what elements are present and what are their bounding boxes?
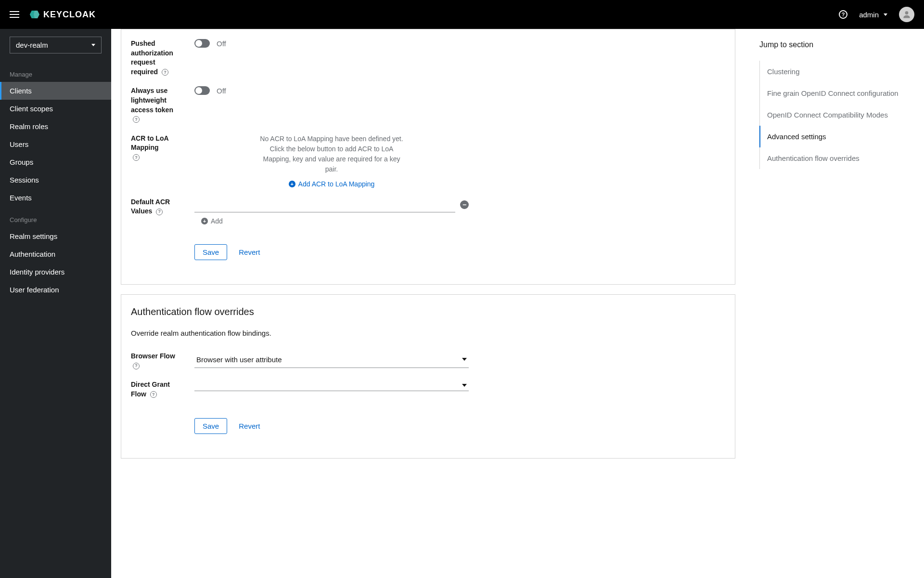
auth-flow-title: Authentication flow overrides bbox=[131, 306, 725, 317]
help-icon[interactable]: ? bbox=[133, 116, 140, 123]
pushed-auth-toggle[interactable] bbox=[194, 39, 210, 48]
browser-flow-label: Browser Flow ? bbox=[131, 352, 183, 370]
manage-section-label: Manage bbox=[0, 61, 111, 82]
auth-flow-panel: Authentication flow overrides Override r… bbox=[121, 294, 735, 459]
logo-text: KEYCLOAK bbox=[43, 10, 96, 20]
sidebar-item-identity-providers[interactable]: Identity providers bbox=[0, 263, 111, 281]
jump-item-clustering[interactable]: Clustering bbox=[759, 61, 910, 82]
toggle-state: Off bbox=[217, 39, 226, 48]
jump-item-openid-connect-compatibility-modes[interactable]: OpenID Connect Compatibility Modes bbox=[759, 104, 910, 126]
sidebar-item-events[interactable]: Events bbox=[0, 189, 111, 207]
user-menu[interactable]: admin bbox=[859, 11, 887, 19]
help-icon[interactable]: ? bbox=[150, 391, 157, 398]
help-icon[interactable]: ? bbox=[133, 363, 140, 369]
caret-down-icon bbox=[462, 384, 467, 387]
help-icon[interactable]: ? bbox=[839, 10, 847, 19]
remove-acr-value-button[interactable]: − bbox=[460, 200, 469, 209]
sidebar-item-realm-roles[interactable]: Realm roles bbox=[0, 118, 111, 135]
realm-name: dev-realm bbox=[16, 41, 48, 49]
sidebar-item-groups[interactable]: Groups bbox=[0, 153, 111, 171]
lightweight-token-label: Always use lightweight access token ? bbox=[131, 86, 183, 124]
menu-toggle-icon[interactable] bbox=[10, 11, 19, 18]
sidebar-item-authentication[interactable]: Authentication bbox=[0, 245, 111, 263]
plus-icon: + bbox=[289, 181, 295, 187]
jump-title: Jump to section bbox=[759, 40, 910, 49]
svg-point-2 bbox=[905, 11, 909, 14]
lightweight-token-toggle[interactable] bbox=[194, 86, 210, 95]
realm-selector[interactable]: dev-realm bbox=[10, 37, 102, 53]
default-acr-input[interactable] bbox=[194, 197, 455, 212]
user-name: admin bbox=[859, 11, 879, 19]
person-icon bbox=[902, 10, 911, 19]
direct-grant-select[interactable] bbox=[194, 380, 469, 391]
revert-button[interactable]: Revert bbox=[239, 244, 260, 260]
caret-down-icon bbox=[462, 358, 467, 361]
advanced-settings-panel: Pushed authorization request required ? … bbox=[121, 29, 735, 285]
configure-section-label: Configure bbox=[0, 207, 111, 227]
help-icon[interactable]: ? bbox=[162, 69, 168, 76]
help-icon[interactable]: ? bbox=[133, 154, 140, 161]
logo[interactable]: KEYCLOAK bbox=[29, 9, 96, 20]
jump-item-advanced-settings[interactable]: Advanced settings bbox=[759, 126, 910, 147]
jump-to-section: Jump to section ClusteringFine grain Ope… bbox=[745, 29, 924, 578]
add-acr-value-button[interactable]: + Add bbox=[201, 217, 469, 225]
auth-flow-desc: Override realm authentication flow bindi… bbox=[131, 329, 725, 337]
acr-empty-state: No ACR to LoA Mapping have been defined … bbox=[259, 134, 404, 174]
direct-grant-label: Direct Grant Flow ? bbox=[131, 380, 183, 399]
sidebar-item-users[interactable]: Users bbox=[0, 135, 111, 153]
acr-mapping-label: ACR to LoA Mapping? bbox=[131, 134, 183, 162]
sidebar-item-sessions[interactable]: Sessions bbox=[0, 171, 111, 189]
default-acr-label: Default ACR Values ? bbox=[131, 197, 183, 216]
sidebar-item-clients[interactable]: Clients bbox=[0, 82, 111, 100]
browser-flow-value: Browser with user attribute bbox=[196, 355, 282, 364]
caret-down-icon bbox=[884, 13, 887, 16]
add-acr-mapping-button[interactable]: + Add ACR to LoA Mapping bbox=[194, 180, 469, 188]
save-button[interactable]: Save bbox=[194, 418, 227, 434]
pushed-auth-label: Pushed authorization request required ? bbox=[131, 39, 183, 77]
sidebar-item-user-federation[interactable]: User federation bbox=[0, 281, 111, 299]
jump-item-authentication-flow-overrides[interactable]: Authentication flow overrides bbox=[759, 147, 910, 169]
avatar[interactable] bbox=[899, 7, 914, 22]
jump-item-fine-grain-openid-connect-configuration[interactable]: Fine grain OpenID Connect configuration bbox=[759, 82, 910, 104]
keycloak-logo-icon bbox=[29, 9, 40, 20]
browser-flow-select[interactable]: Browser with user attribute bbox=[194, 352, 469, 368]
sidebar-item-client-scopes[interactable]: Client scopes bbox=[0, 100, 111, 118]
caret-down-icon bbox=[91, 44, 95, 46]
sidebar-item-realm-settings[interactable]: Realm settings bbox=[0, 227, 111, 245]
save-button[interactable]: Save bbox=[194, 244, 227, 260]
main-content: Pushed authorization request required ? … bbox=[111, 29, 745, 578]
topbar-right: ? admin bbox=[839, 7, 914, 22]
revert-button[interactable]: Revert bbox=[239, 418, 260, 434]
sidebar: dev-realm Manage ClientsClient scopesRea… bbox=[0, 29, 111, 578]
toggle-state: Off bbox=[217, 87, 226, 95]
topbar-left: KEYCLOAK bbox=[10, 9, 96, 20]
plus-icon: + bbox=[201, 218, 208, 224]
topbar: KEYCLOAK ? admin bbox=[0, 0, 924, 29]
help-icon[interactable]: ? bbox=[156, 209, 163, 215]
